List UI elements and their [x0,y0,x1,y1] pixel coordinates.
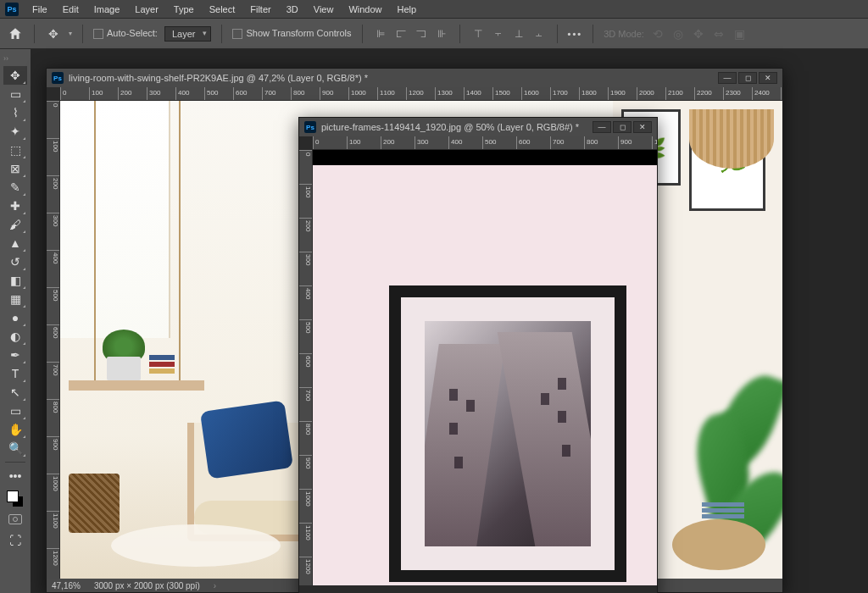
ruler-tick: 800 [47,399,59,413]
ruler-horizontal[interactable]: 0100200300400500600700800900100011001200… [60,87,782,101]
menu-file[interactable]: File [25,2,54,17]
history-tool[interactable]: ↺ [3,252,27,271]
menu-filter[interactable]: Filter [243,2,277,17]
align-bottom-icon[interactable]: ⊥ [511,26,526,42]
doc1-titlebar[interactable]: Ps living-room-with-swing-shelf-PR2K9AE.… [47,69,782,87]
doc2-title: picture-frames-1149414_1920.jpg @ 50% (L… [321,122,593,132]
eraser-tool[interactable]: ◧ [3,271,27,290]
doc2-titlebar[interactable]: Ps picture-frames-1149414_1920.jpg @ 50%… [299,118,657,136]
distribute-icon[interactable]: ⫠ [531,26,547,42]
quick-mask-icon[interactable] [8,514,22,524]
ruler-horizontal[interactable]: 01002003004005006007008009001000 [313,136,657,150]
move-tool[interactable]: ✥ [3,66,27,85]
close-button[interactable]: ✕ [633,121,652,133]
type-tool[interactable]: T [3,364,27,383]
ruler-tick: 0 [313,136,319,149]
align-top-icon[interactable]: ⊤ [470,26,486,42]
screen-mode-icon[interactable]: ⛶ [3,531,27,550]
ruler-vertical[interactable]: 0100200300400500600700800900100011001200… [47,101,60,579]
3d-slide-icon[interactable]: ⇔ [714,27,724,41]
foreground-color[interactable] [7,490,19,502]
tools-panel: ›› ✥▭⌇✦⬚⊠✎✚🖌▲↺◧▦●◐✒T↖▭✋🔍 ••• ⛶ [0,49,31,593]
3d-mode-label: 3D Mode: [604,29,644,39]
menu-view[interactable]: View [307,2,341,17]
checkbox-icon[interactable] [232,29,242,39]
align-group-2: ⊤ ⫟ ⊥ ⫠ [470,26,547,42]
status-arrow-icon[interactable]: › [214,581,216,590]
hand-tool[interactable]: ✋ [3,420,27,439]
3d-pan-icon[interactable]: ✥ [693,27,704,41]
expand-panel-icon[interactable]: ›› [2,53,10,64]
ruler-tick: 200 [381,136,394,149]
menu-edit[interactable]: Edit [56,2,86,17]
more-options-icon[interactable]: ••• [568,29,583,39]
ruler-tick: 800 [299,421,312,435]
close-button[interactable]: ✕ [759,72,777,84]
brush-tool[interactable]: 🖌 [3,215,27,234]
eyedropper-tool[interactable]: ✎ [3,178,27,197]
menu-bar: Ps File Edit Image Layer Type Select Fil… [0,0,868,19]
gradient-tool[interactable]: ▦ [3,290,27,308]
path-tool[interactable]: ↖ [3,383,27,402]
layer-dropdown[interactable]: Layer [164,26,212,42]
lasso-tool[interactable]: ⌇ [3,103,27,122]
maximize-button[interactable]: ◻ [738,72,757,84]
menu-image[interactable]: Image [87,2,127,17]
3d-roll-icon[interactable]: ◎ [673,27,683,41]
frame-tool[interactable]: ⊠ [3,159,27,178]
stamp-tool[interactable]: ▲ [3,234,27,252]
ruler-tick: 500 [47,287,59,301]
ruler-tick: 1300 [435,87,453,100]
chevron-down-icon[interactable]: ▾ [69,30,72,37]
align-left-icon[interactable]: ⊫ [373,26,388,42]
minimize-button[interactable]: — [718,72,737,84]
doc2-canvas[interactable] [313,150,657,585]
menu-layer[interactable]: Layer [128,2,165,17]
zoom-tool[interactable]: 🔍 [3,439,27,457]
shape-tool[interactable]: ▭ [3,402,27,420]
align-right-icon[interactable]: ⫎ [414,26,429,42]
doc-dimensions[interactable]: 3000 px × 2000 px (300 ppi) [94,581,200,590]
edit-toolbar-icon[interactable]: ••• [3,467,27,485]
3d-camera-icon[interactable]: ▣ [734,27,745,41]
maximize-button[interactable]: ◻ [613,121,632,133]
divider [34,25,35,43]
3d-orbit-icon[interactable]: ⟲ [653,27,663,41]
ruler-tick: 400 [175,87,189,100]
heal-tool[interactable]: ✚ [3,197,27,215]
ruler-tick: 600 [233,87,247,100]
ruler-tick: 100 [89,87,103,100]
ruler-tick: 500 [482,136,496,149]
marquee-tool[interactable]: ▭ [3,85,27,103]
color-swatches[interactable] [7,490,24,507]
dodge-tool[interactable]: ◐ [3,327,27,346]
home-button[interactable] [7,25,24,42]
zoom-level[interactable]: 47,16% [52,581,81,590]
pen-tool[interactable]: ✒ [3,346,27,364]
menu-3d[interactable]: 3D [280,2,305,17]
menu-type[interactable]: Type [167,2,201,17]
align-center-v-icon[interactable]: ⫟ [491,26,506,42]
auto-select-option[interactable]: Auto-Select: [93,28,158,39]
ruler-tick: 1000 [47,474,59,491]
ruler-tick: 1200 [47,548,59,566]
ruler-tick: 2000 [637,87,654,100]
blur-tool[interactable]: ● [3,308,27,327]
align-more-icon[interactable]: ⊪ [434,26,449,42]
ruler-tick: 200 [299,218,312,231]
align-center-h-icon[interactable]: ⫍ [393,26,409,42]
show-transform-option[interactable]: Show Transform Controls [232,28,351,39]
ruler-tick: 0 [60,87,66,100]
checkbox-icon[interactable] [93,29,103,39]
ruler-tick: 300 [147,87,160,100]
minimize-button[interactable]: — [593,121,611,133]
crop-tool[interactable]: ⬚ [3,141,27,159]
ruler-vertical[interactable]: 0100200300400500600700800900100011001200… [299,150,313,585]
menu-window[interactable]: Window [342,2,388,17]
menu-select[interactable]: Select [203,2,242,17]
ruler-tick: 2200 [694,87,712,100]
wand-tool[interactable]: ✦ [3,122,27,141]
ruler-tick: 1100 [377,87,395,100]
document-window-2[interactable]: Ps picture-frames-1149414_1920.jpg @ 50%… [298,117,658,593]
menu-help[interactable]: Help [391,2,424,17]
